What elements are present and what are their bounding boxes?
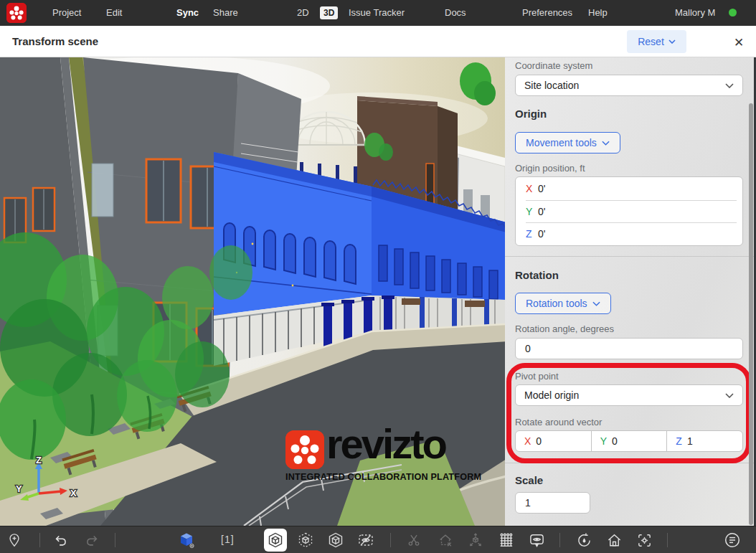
menu-3d-active[interactable]: 3D bbox=[320, 6, 338, 19]
viewport-3d[interactable]: Z Y X revizto INTEGRATED C bbox=[0, 57, 505, 526]
menu-2d[interactable]: 2D bbox=[297, 0, 309, 26]
menu-share[interactable]: Share bbox=[213, 0, 238, 26]
revizto-window: Project Edit Sync Share 2D 3D Issue Trac… bbox=[0, 0, 756, 553]
origin-z-value: 0' bbox=[538, 228, 545, 240]
menu-user[interactable]: Mallory M bbox=[675, 0, 715, 26]
reset-label: Reset bbox=[638, 36, 664, 47]
undo-icon[interactable] bbox=[49, 529, 72, 552]
menubar: Project Edit Sync Share 2D 3D Issue Trac… bbox=[0, 0, 756, 26]
transform-scene-header: Transform scene Reset ✕ bbox=[0, 26, 756, 57]
axis-y-letter: Y bbox=[526, 206, 538, 217]
origin-x-field[interactable]: X 0' bbox=[516, 177, 742, 200]
toolbar-divider bbox=[390, 533, 391, 547]
menu-docs[interactable]: Docs bbox=[445, 0, 466, 26]
rotate-around-vector-label: Rotate around vector bbox=[515, 417, 602, 427]
pivot-point-label: Pivot point bbox=[515, 371, 559, 382]
reset-button[interactable]: Reset bbox=[627, 30, 686, 53]
viewpoint-eye-bubble-icon[interactable] bbox=[525, 529, 548, 552]
watermark-brand: revizto bbox=[326, 420, 445, 468]
cut-scissors-icon[interactable] bbox=[402, 529, 425, 552]
chevron-down-icon bbox=[602, 141, 610, 146]
rotation-angle-value: 0 bbox=[525, 343, 531, 354]
origin-z-field[interactable]: Z 0' bbox=[516, 222, 742, 245]
axis-z-letter: Z bbox=[676, 435, 682, 447]
origin-position-label: Origin position, ft bbox=[515, 163, 585, 174]
chevron-down-icon bbox=[668, 39, 676, 44]
menu-help[interactable]: Help bbox=[588, 0, 608, 26]
rotate-vector-fields: X 0 Y 0 Z 1 bbox=[515, 430, 743, 452]
menu-issue-tracker[interactable]: Issue Tracker bbox=[349, 0, 405, 26]
close-button[interactable]: ✕ bbox=[728, 32, 750, 53]
grid-icon[interactable] bbox=[494, 529, 517, 552]
toolbar-divider bbox=[39, 533, 40, 547]
panel-scrollbar[interactable] bbox=[749, 103, 753, 525]
rotation-heading: Rotation bbox=[515, 269, 559, 281]
axis-x-label: X bbox=[70, 488, 77, 498]
origin-y-field[interactable]: Y 0' bbox=[516, 200, 742, 223]
movement-tools-button[interactable]: Movement tools bbox=[515, 132, 620, 153]
chevron-down-icon bbox=[725, 393, 734, 398]
movement-tools-label: Movement tools bbox=[526, 137, 597, 148]
chevron-down-icon bbox=[592, 301, 600, 306]
pivot-point-select[interactable]: Model origin bbox=[515, 384, 743, 406]
vector-z-value: 1 bbox=[687, 435, 693, 447]
watermark-tagline: INTEGRATED COLLABORATION PLATFORM bbox=[285, 472, 473, 482]
section-house-icon[interactable] bbox=[434, 529, 457, 552]
toolbar-divider bbox=[667, 533, 668, 547]
selection-count-label: [1] bbox=[221, 534, 235, 545]
scale-value: 1 bbox=[525, 497, 531, 509]
reset-appearance-icon[interactable] bbox=[572, 529, 595, 552]
revizto-logo-icon[interactable] bbox=[6, 3, 27, 23]
rotation-angle-label: Rotation angle, degrees bbox=[515, 323, 614, 334]
scale-input[interactable]: 1 bbox=[515, 492, 590, 514]
scale-heading: Scale bbox=[515, 474, 543, 486]
origin-position-fields: X 0' Y 0' Z 0' bbox=[515, 176, 743, 246]
chevron-down-icon bbox=[725, 83, 734, 88]
sheet-list-icon[interactable] bbox=[721, 529, 744, 552]
move-object-icon[interactable] bbox=[464, 529, 487, 552]
isolate-object-icon[interactable] bbox=[264, 529, 287, 552]
location-pin-add-icon[interactable] bbox=[3, 529, 26, 552]
axis-x-letter: X bbox=[526, 183, 538, 194]
revizto-watermark: revizto INTEGRATED COLLABORATION PLATFOR… bbox=[285, 429, 473, 485]
show-object-icon[interactable] bbox=[324, 529, 347, 552]
vector-x-value: 0 bbox=[536, 435, 542, 447]
section-divider bbox=[505, 256, 756, 257]
toolbar-divider bbox=[115, 533, 115, 547]
transform-panel: Coordinate system Site location Origin M… bbox=[505, 57, 756, 526]
axis-z-letter: Z bbox=[526, 228, 538, 240]
revizto-watermark-icon bbox=[285, 430, 324, 469]
home-view-icon[interactable] bbox=[603, 529, 625, 552]
rotation-tools-label: Rotation tools bbox=[526, 298, 587, 309]
coordinate-system-value: Site location bbox=[524, 80, 579, 91]
selected-cube-icon[interactable] bbox=[175, 529, 198, 552]
rotation-tools-button[interactable]: Rotation tools bbox=[515, 293, 611, 314]
menu-project[interactable]: Project bbox=[52, 0, 81, 26]
online-status-dot bbox=[729, 9, 737, 16]
pivot-point-value: Model origin bbox=[524, 389, 579, 401]
coordinate-system-select[interactable]: Site location bbox=[515, 75, 743, 96]
hide-object-eye-icon[interactable] bbox=[354, 529, 377, 552]
vector-x-field[interactable]: X 0 bbox=[516, 431, 591, 451]
redo-icon[interactable] bbox=[80, 529, 103, 552]
ghost-hidden-icon[interactable] bbox=[294, 529, 317, 552]
menu-edit[interactable]: Edit bbox=[106, 0, 122, 26]
rotation-angle-input[interactable]: 0 bbox=[515, 338, 743, 359]
vector-y-field[interactable]: Y 0 bbox=[591, 431, 667, 451]
focus-selection-icon[interactable] bbox=[633, 529, 656, 552]
menu-preferences[interactable]: Preferences bbox=[522, 0, 572, 26]
toolbar-divider bbox=[559, 533, 560, 547]
section-divider bbox=[505, 463, 756, 463]
origin-y-value: 0' bbox=[538, 206, 545, 217]
vector-z-field[interactable]: Z 1 bbox=[666, 431, 742, 451]
axis-y-letter: Y bbox=[600, 435, 607, 447]
vector-y-value: 0 bbox=[612, 435, 618, 447]
coordinate-system-label: Coordinate system bbox=[515, 60, 592, 71]
menu-sync[interactable]: Sync bbox=[176, 0, 199, 26]
origin-x-value: 0' bbox=[538, 183, 545, 194]
dialog-title: Transform scene bbox=[12, 35, 98, 47]
axis-x-letter: X bbox=[524, 435, 531, 447]
origin-heading: Origin bbox=[515, 108, 547, 120]
axis-y-label: Y bbox=[16, 483, 22, 494]
viewer-toolbar: [1] bbox=[0, 526, 756, 553]
